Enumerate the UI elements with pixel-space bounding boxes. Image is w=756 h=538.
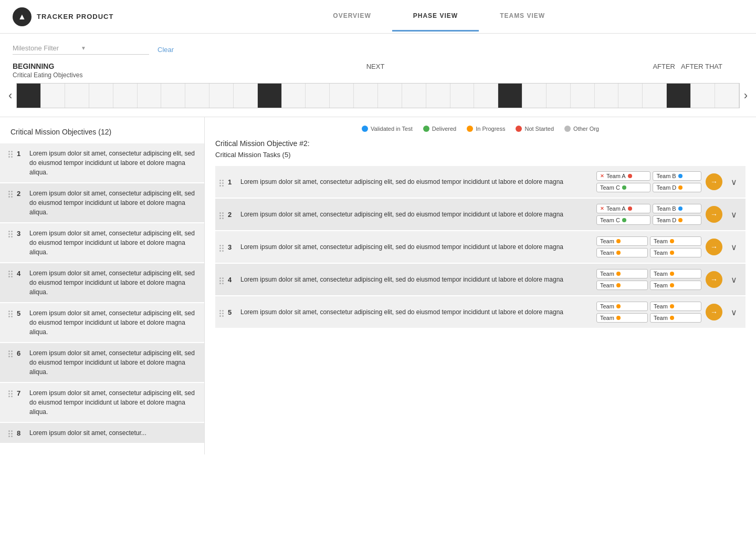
objective-text: Lorem ipsum dolor sit amet, consectetur …	[29, 189, 196, 217]
phase-beginning-label: BEGINNING	[13, 62, 128, 70]
status-dot	[670, 251, 674, 255]
drag-handle	[219, 210, 224, 219]
expand-icon[interactable]: ∨	[727, 242, 741, 252]
list-item[interactable]: 1 Lorem ipsum dolor sit amet, consectetu…	[0, 143, 204, 182]
team-badge[interactable]: Team	[596, 269, 648, 278]
task-arrow-button[interactable]: →	[706, 271, 722, 288]
expand-icon[interactable]: ∨	[727, 210, 741, 220]
status-dot	[628, 174, 632, 178]
timeline-cell	[185, 84, 209, 108]
team-badge[interactable]: Team	[596, 313, 648, 323]
task-number: 2	[228, 211, 236, 219]
task-arrow-button[interactable]: →	[706, 173, 722, 190]
clear-filter-button[interactable]: Clear	[158, 46, 174, 54]
phase-next-label: NEXT	[328, 63, 423, 70]
team-badge[interactable]: Team B	[653, 204, 701, 213]
status-dot	[670, 304, 674, 308]
team-badge[interactable]: Team	[650, 269, 701, 278]
objective-text: Lorem ipsum dolor sit amet, consectetur.…	[29, 428, 146, 438]
task-text: Lorem ipsum dolor sit amet, consectetur …	[240, 307, 592, 317]
task-arrow-button[interactable]: →	[706, 239, 722, 255]
team-name: Team	[654, 315, 668, 321]
team-name: Team	[654, 282, 668, 288]
team-badge[interactable]: Team	[596, 281, 648, 290]
team-name: Team B	[656, 173, 676, 179]
phase-after-label: AFTER	[623, 63, 675, 70]
task-text: Lorem ipsum dolor sit amet, consectetur …	[240, 275, 592, 284]
objectives-list: 1 Lorem ipsum dolor sit amet, consectetu…	[0, 143, 204, 443]
team-badge[interactable]: Team	[596, 302, 648, 311]
close-icon[interactable]: ✕	[600, 173, 604, 179]
timeline-cell	[306, 84, 330, 108]
timeline-cell	[282, 84, 306, 108]
team-badge[interactable]: Team	[650, 313, 701, 323]
objective-text: Lorem ipsum dolor sit amet, consectetur …	[29, 348, 196, 377]
team-badge[interactable]: Team B	[653, 171, 701, 181]
list-item[interactable]: 8 Lorem ipsum dolor sit amet, consectetu…	[0, 423, 204, 443]
list-item[interactable]: 5 Lorem ipsum dolor sit amet, consectetu…	[0, 303, 204, 342]
timeline-prev-button[interactable]: ‹	[4, 89, 16, 102]
team-badge[interactable]: Team	[650, 281, 701, 290]
status-dot	[622, 218, 626, 222]
team-badge[interactable]: Team	[650, 302, 701, 311]
list-item[interactable]: 2 Lorem ipsum dolor sit amet, consectetu…	[0, 183, 204, 222]
timeline-cell	[618, 84, 643, 108]
team-badge[interactable]: Team C	[596, 215, 650, 225]
team-name: Team	[600, 303, 614, 309]
tasks-list: 1 Lorem ipsum dolor sit amet, consectetu…	[215, 166, 746, 328]
objective-number: 7	[17, 388, 25, 397]
timeline-cell	[691, 84, 715, 108]
timeline-cell	[498, 84, 522, 108]
expand-icon[interactable]: ∨	[727, 177, 741, 187]
list-item[interactable]: 7 Lorem ipsum dolor sit amet, consectetu…	[0, 383, 204, 422]
objective-number: 2	[17, 189, 25, 198]
expand-icon[interactable]: ∨	[727, 307, 741, 317]
status-dot	[670, 272, 674, 276]
drag-handle	[8, 268, 13, 277]
logo-icon: ▲	[13, 7, 32, 26]
milestone-filter-label: Milestone Filter	[13, 44, 81, 52]
task-teams: Team Team Team Team	[596, 302, 701, 323]
timeline-next-button[interactable]: ›	[740, 89, 752, 102]
close-icon[interactable]: ✕	[600, 206, 604, 211]
team-name: Team A	[606, 205, 626, 212]
nav-tab-overview[interactable]: OVERVIEW	[312, 2, 392, 32]
team-badge[interactable]: Team D	[653, 215, 701, 225]
team-name: Team	[654, 271, 668, 277]
list-item[interactable]: 3 Lorem ipsum dolor sit amet, consectetu…	[0, 223, 204, 262]
task-text: Lorem ipsum dolor sit amet, consectetur …	[240, 210, 592, 219]
timeline-cell	[138, 84, 162, 108]
list-item[interactable]: 4 Lorem ipsum dolor sit amet, consectetu…	[0, 263, 204, 302]
status-dot	[622, 185, 626, 190]
timeline-cell	[402, 84, 426, 108]
task-arrow-button[interactable]: →	[706, 206, 722, 223]
team-badge[interactable]: Team	[650, 248, 701, 257]
nav-tab-phase-view[interactable]: PHASE VIEW	[392, 2, 479, 32]
expand-icon[interactable]: ∨	[727, 275, 741, 285]
team-badge[interactable]: Team	[596, 236, 648, 246]
legend-label: Not Started	[524, 126, 554, 132]
task-arrow-button[interactable]: →	[706, 304, 722, 320]
subsection-title: Critical Mission Tasks (5)	[215, 151, 746, 159]
team-badge[interactable]: Team	[596, 248, 648, 257]
objectives-title: Critical Mission Objectives (12)	[0, 128, 204, 143]
team-badge[interactable]: Team	[650, 236, 701, 246]
task-teams: Team Team Team Team	[596, 236, 701, 257]
timeline-cell	[378, 84, 402, 108]
task-text: Lorem ipsum dolor sit amet, consectetur …	[240, 242, 592, 252]
legend-dot	[564, 126, 571, 132]
objective-text: Lorem ipsum dolor sit amet, consectetur …	[29, 149, 196, 177]
header: ▲ TRACKER PRODUCT OVERVIEWPHASE VIEWTEAM…	[0, 0, 756, 34]
table-row: 1 Lorem ipsum dolor sit amet, consectetu…	[215, 166, 746, 198]
team-name: Team D	[656, 217, 676, 223]
team-name: Team	[600, 282, 614, 288]
team-name: Team B	[656, 205, 676, 212]
team-badge[interactable]: ✕ Team A	[596, 204, 650, 213]
milestone-filter[interactable]: Milestone Filter ▼	[13, 44, 149, 55]
team-badge[interactable]: Team C	[596, 183, 650, 192]
nav-tab-teams-view[interactable]: TEAMS VIEW	[479, 2, 566, 32]
team-badge[interactable]: ✕ Team A	[596, 171, 650, 181]
list-item[interactable]: 6 Lorem ipsum dolor sit amet, consectetu…	[0, 343, 204, 382]
team-badge[interactable]: Team D	[653, 183, 701, 192]
team-name: Team C	[600, 217, 620, 223]
